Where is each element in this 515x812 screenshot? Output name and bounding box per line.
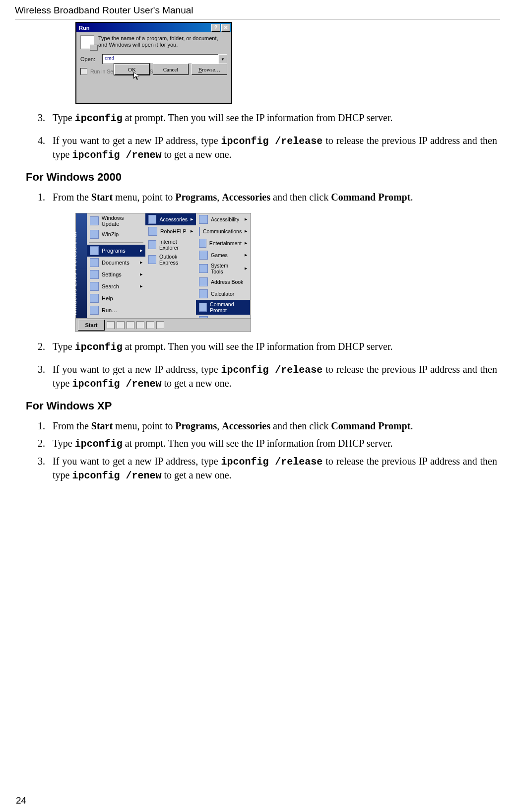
help-icon <box>90 294 99 303</box>
chevron-right-icon: ▶ <box>140 249 142 253</box>
close-icon[interactable]: ✕ <box>221 24 230 32</box>
menu-item-programs[interactable]: Programs▶ <box>87 245 145 257</box>
code-ipconfig: ipconfig <box>75 341 123 353</box>
quick-launch-icon[interactable] <box>127 321 134 329</box>
app-icon <box>90 230 99 239</box>
chevron-right-icon: ▶ <box>191 229 193 233</box>
code-ipconfig-renew: ipconfig /renew <box>72 470 161 481</box>
run-dialog-figure: Run ? ✕ Type the name of a program, fold… <box>75 22 232 104</box>
menu-item[interactable]: Internet Explorer <box>145 237 196 252</box>
quick-launch-icon[interactable] <box>156 321 164 329</box>
code-ipconfig: ipconfig <box>75 113 123 124</box>
quick-launch <box>107 321 164 329</box>
menu-item[interactable]: Entertainment▶ <box>196 237 250 249</box>
folder-icon <box>90 246 99 255</box>
chevron-right-icon: ▶ <box>140 272 142 276</box>
menu-item[interactable]: Run… <box>87 304 145 316</box>
menu-item[interactable]: Address Book <box>196 276 250 288</box>
page-header: Wireless Broadband Router User's Manual <box>15 5 500 19</box>
heading-windows-xp: For Windows XP <box>26 400 497 412</box>
menu-item[interactable]: Windows Update <box>87 213 145 228</box>
book-icon <box>199 277 208 286</box>
chevron-right-icon: ▶ <box>245 217 247 221</box>
code-ipconfig-release: ipconfig /release <box>221 364 322 376</box>
chevron-right-icon: ▶ <box>140 284 142 288</box>
chevron-right-icon: ▶ <box>245 241 247 245</box>
start-menu-column-main: Windows Update WinZip Programs▶ Document… <box>87 213 146 319</box>
menu-item[interactable]: Search▶ <box>87 280 145 292</box>
chevron-right-icon: ▶ <box>245 229 247 233</box>
code-ipconfig-release: ipconfig /release <box>221 135 322 147</box>
code-ipconfig-release: ipconfig /release <box>221 456 322 468</box>
chevron-right-icon: ▶ <box>140 261 142 265</box>
quick-launch-icon[interactable] <box>136 321 144 329</box>
calc-icon <box>199 289 208 298</box>
menu-item[interactable]: Help <box>87 292 145 304</box>
list-item: From the Start menu, point to Programs, … <box>48 191 497 204</box>
folder-icon <box>148 215 156 224</box>
list-item: From the Start menu, point to Programs, … <box>48 419 497 433</box>
run-dialog-titlebar: Run ? ✕ <box>76 23 231 32</box>
menu-item[interactable]: System Tools▶ <box>196 261 250 276</box>
quick-launch-icon[interactable] <box>146 321 154 329</box>
quick-launch-icon[interactable] <box>107 321 115 329</box>
code-ipconfig: ipconfig <box>75 438 123 450</box>
separator <box>89 242 143 243</box>
open-input[interactable]: cmd <box>102 54 218 64</box>
start-menu-submenu-programs: Accessories▶ RoboHELP▶ Internet Explorer… <box>145 213 196 319</box>
checkbox-icon <box>80 68 87 75</box>
folder-icon <box>148 227 157 236</box>
search-icon <box>90 282 99 291</box>
folder-icon <box>199 264 208 273</box>
cancel-button[interactable]: Cancel <box>153 64 189 75</box>
ok-button[interactable]: OK <box>114 64 150 75</box>
page-number: 24 <box>16 795 26 806</box>
mail-icon <box>148 255 156 264</box>
menu-item[interactable]: Games▶ <box>196 249 250 261</box>
menu-item-accessories[interactable]: Accessories▶ <box>145 213 196 225</box>
folder-icon <box>199 239 206 248</box>
doc-title: Wireless Broadband Router User's Manual <box>15 5 193 15</box>
folder-icon <box>90 258 99 267</box>
start-menu-submenu-accessories: Accessibility▶ Communications▶ Entertain… <box>196 213 250 319</box>
list-item: If you want to get a new IP address, typ… <box>48 134 497 162</box>
chevron-right-icon: ▶ <box>245 267 247 271</box>
folder-icon <box>199 215 208 224</box>
help-icon[interactable]: ? <box>211 24 220 32</box>
run-dialog-hint: Type the name of a program, folder, or d… <box>98 35 227 48</box>
folder-icon <box>199 251 208 260</box>
app-icon <box>90 216 99 225</box>
taskbar: Start <box>76 318 251 332</box>
browse-button[interactable]: Browse… <box>192 64 227 75</box>
list-item: Type ipconfig at prompt. Then you will s… <box>48 437 497 451</box>
cmd-icon <box>199 303 207 312</box>
code-ipconfig-renew: ipconfig /renew <box>72 378 161 390</box>
menu-item[interactable]: Accessibility▶ <box>196 213 250 225</box>
start-menu-strip: Windows 2000 Professional <box>76 213 87 319</box>
menu-item[interactable]: RoboHELP▶ <box>145 225 196 237</box>
chevron-right-icon: ▶ <box>191 217 193 221</box>
chevron-right-icon: ▶ <box>245 253 247 257</box>
menu-item[interactable]: WinZip <box>87 228 145 240</box>
steps-winxp: From the Start menu, point to Programs, … <box>26 419 497 482</box>
menu-item[interactable]: Documents▶ <box>87 257 145 269</box>
menu-item[interactable]: Settings▶ <box>87 269 145 280</box>
ie-icon <box>148 240 156 249</box>
open-label: Open: <box>80 56 99 62</box>
dropdown-caret-icon[interactable]: ▼ <box>218 54 227 64</box>
quick-launch-icon[interactable] <box>117 321 125 329</box>
menu-item[interactable]: Communications▶ <box>196 225 250 237</box>
start-menu-figure: Windows 2000 Professional Windows Update… <box>75 213 251 332</box>
steps-win2000-step1: From the Start menu, point to Programs, … <box>26 191 497 204</box>
list-item: If you want to get a new IP address, typ… <box>48 455 497 482</box>
menu-item-command-prompt[interactable]: Command Prompt <box>196 300 250 315</box>
run-dialog-title: Run <box>79 25 210 31</box>
list-item: If you want to get a new IP address, typ… <box>48 363 497 391</box>
start-button[interactable]: Start <box>78 320 105 331</box>
run-icon <box>90 306 99 315</box>
steps-previous-section: Type ipconfig at prompt. Then you will s… <box>26 111 497 162</box>
menu-item[interactable]: Outlook Express <box>145 252 196 267</box>
heading-windows-2000: For Windows 2000 <box>26 171 497 184</box>
menu-item[interactable]: Calculator <box>196 288 250 300</box>
page-content: Run ? ✕ Type the name of a program, fold… <box>26 21 497 787</box>
